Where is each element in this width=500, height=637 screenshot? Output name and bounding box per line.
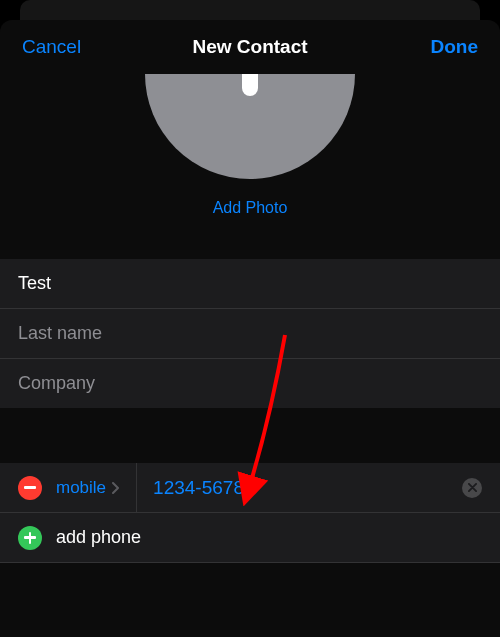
cancel-button[interactable]: Cancel xyxy=(22,36,102,58)
phone-fields-group: mobile 1234-56789 add phone xyxy=(0,463,500,563)
chevron-right-icon xyxy=(112,482,120,494)
photo-section: Add Photo xyxy=(0,74,500,247)
phone-type-selector[interactable]: mobile xyxy=(56,463,137,513)
phone-entry-row: mobile 1234-56789 xyxy=(0,463,500,513)
remove-phone-icon[interactable] xyxy=(18,476,42,500)
first-name-field[interactable]: Test xyxy=(0,259,500,309)
clear-phone-icon[interactable] xyxy=(462,478,482,498)
modal-header: Cancel New Contact Done xyxy=(0,20,500,74)
new-contact-modal: Cancel New Contact Done Add Photo Test L… xyxy=(0,20,500,637)
company-field[interactable]: Company xyxy=(0,359,500,408)
last-name-placeholder: Last name xyxy=(18,323,102,343)
add-phone-icon xyxy=(18,526,42,550)
modal-title: New Contact xyxy=(192,36,307,58)
add-phone-label: add phone xyxy=(56,527,141,548)
name-fields-group: Test Last name Company xyxy=(0,259,500,408)
company-placeholder: Company xyxy=(18,373,95,393)
done-button[interactable]: Done xyxy=(398,36,478,58)
first-name-value: Test xyxy=(18,273,51,293)
last-name-field[interactable]: Last name xyxy=(0,309,500,359)
phone-number-input[interactable]: 1234-56789 xyxy=(137,477,462,499)
avatar-placeholder-icon[interactable] xyxy=(145,74,355,179)
add-photo-button[interactable]: Add Photo xyxy=(213,199,288,217)
phone-type-label: mobile xyxy=(56,478,106,498)
add-phone-row[interactable]: add phone xyxy=(0,513,500,563)
